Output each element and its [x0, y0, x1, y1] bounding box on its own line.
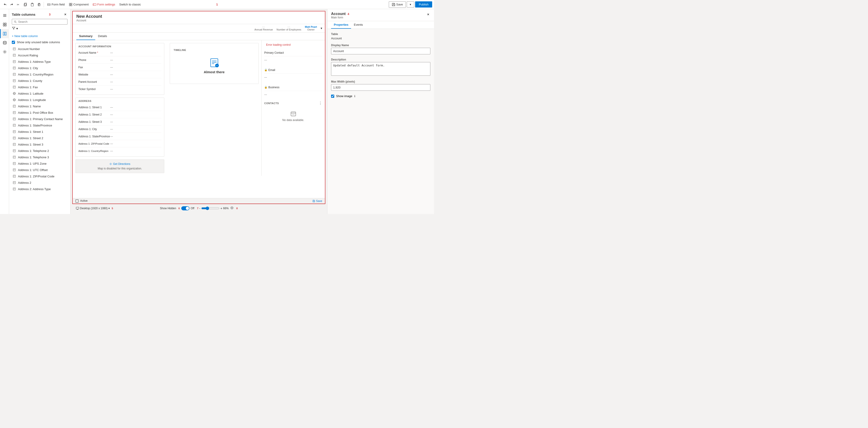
- form-status: Active: [80, 199, 88, 202]
- sidebar-menu-icon[interactable]: [0, 11, 9, 20]
- redo-button[interactable]: [9, 2, 15, 7]
- list-item[interactable]: Address 1: Longitude: [9, 97, 70, 103]
- bottom-red-6: 6: [178, 207, 180, 210]
- paste-button[interactable]: [29, 2, 35, 7]
- close-right-panel-button[interactable]: ✕: [426, 12, 430, 17]
- copy-button[interactable]: [22, 2, 29, 7]
- form-field-button[interactable]: Form field: [45, 2, 67, 7]
- form-settings-button[interactable]: Form settings: [91, 2, 117, 7]
- list-item[interactable]: Address 1: Country/Region: [9, 71, 70, 78]
- form-title: New Account: [76, 14, 321, 19]
- prop-display-name-section: Display Name: [331, 44, 430, 54]
- column-label: Address 1: Street 1: [18, 130, 43, 134]
- show-image-checkbox[interactable]: [331, 95, 334, 98]
- toolbar-right: Save ▾ Publish: [389, 1, 432, 8]
- get-directions-button[interactable]: Get Directions: [109, 162, 130, 166]
- prop-display-name-input[interactable]: [331, 48, 430, 54]
- field-row-parent-account: Parent Account ---: [79, 78, 161, 86]
- list-item[interactable]: Address 1: City: [9, 65, 70, 71]
- main-layout: Table columns 3 ✕ ▾ + New table column S…: [0, 9, 434, 214]
- column-label: Address 1: Street 3: [18, 143, 43, 146]
- contacts-more-button[interactable]: ⋮: [318, 101, 322, 105]
- bottom-red-5: 5: [112, 207, 113, 210]
- form-left-col: ACCOUNT INFORMATION Account Name --- Pho…: [73, 40, 167, 176]
- desktop-label: Desktop (1920 x 1080): [80, 207, 107, 210]
- header-chevron-button[interactable]: ▾: [321, 26, 322, 30]
- list-item[interactable]: Address 1: Telephone 2: [9, 148, 70, 154]
- show-unused-checkbox[interactable]: [12, 41, 15, 44]
- fit-to-screen-button[interactable]: [230, 206, 234, 210]
- prop-description-textarea[interactable]: Updated default Account form.: [331, 62, 430, 76]
- zoom-minus-button[interactable]: -: [199, 206, 200, 210]
- cut-button[interactable]: ✂: [16, 2, 22, 7]
- new-column-button[interactable]: + New table column: [9, 32, 70, 39]
- list-item[interactable]: Account Rating: [9, 52, 70, 58]
- prop-max-width-input[interactable]: [331, 84, 430, 91]
- contacts-section: CONTACTS ⋮ No data available.: [264, 101, 322, 126]
- undo-button[interactable]: [2, 2, 8, 7]
- list-item[interactable]: Address 1: Street 2: [9, 135, 70, 141]
- field-row-state: Address 1: State/Province ---: [79, 133, 161, 140]
- list-item[interactable]: Address 1: Street 1: [9, 129, 70, 135]
- error-loading-text[interactable]: Error loading control: [264, 41, 292, 48]
- field-value-fax: ---: [110, 66, 113, 69]
- publish-button[interactable]: Publish: [415, 1, 432, 7]
- column-list: Account Number Account Rating Address 1:…: [9, 46, 70, 214]
- zoom-value: 66%: [223, 207, 228, 210]
- save-dropdown-button[interactable]: ▾: [407, 1, 414, 7]
- list-item[interactable]: Address 1: State/Province: [9, 122, 70, 129]
- delete-button[interactable]: [36, 2, 42, 7]
- switch-classic-button[interactable]: Switch to classic: [118, 2, 143, 7]
- show-hidden-toggle-track[interactable]: [181, 206, 189, 210]
- list-item[interactable]: Address 1: Post Office Box: [9, 109, 70, 116]
- field-value-email-row: ---: [264, 74, 322, 81]
- list-item[interactable]: Address 1: Primary Contact Name: [9, 116, 70, 122]
- list-item[interactable]: Address 1: County: [9, 78, 70, 84]
- list-item[interactable]: Address 1: Street 3: [9, 141, 70, 148]
- search-input[interactable]: [18, 20, 65, 23]
- list-item[interactable]: Account Number: [9, 46, 70, 52]
- right-panel-tabs: Properties Events: [328, 21, 434, 29]
- field-row-street1: Address 1: Street 1 ---: [79, 104, 161, 111]
- info-icon[interactable]: ℹ: [354, 95, 355, 98]
- list-item[interactable]: Address 1: Fax: [9, 84, 70, 90]
- sidebar-columns-icon[interactable]: [0, 29, 9, 38]
- bottom-bar: Desktop (1920 x 1080) ▾ 5 Show Hidden 6 …: [72, 204, 326, 212]
- zoom-plus-button[interactable]: +: [220, 206, 222, 210]
- component-button[interactable]: Component: [67, 2, 90, 7]
- filter-dropdown-button[interactable]: ▾: [17, 27, 18, 30]
- list-item[interactable]: Address 1: Name: [9, 103, 70, 109]
- list-item[interactable]: Address 1: Address Type: [9, 58, 70, 65]
- column-label: Address 1: County: [18, 79, 42, 83]
- column-label: Account Rating: [18, 54, 38, 57]
- list-item[interactable]: Address 2: Address Type: [9, 186, 70, 192]
- tab-details[interactable]: Details: [95, 32, 110, 40]
- tab-events[interactable]: Events: [351, 21, 366, 29]
- field-value-phone: ---: [110, 58, 113, 62]
- field-label-email: Email: [268, 68, 300, 72]
- list-item[interactable]: Address 1: Latitude: [9, 90, 70, 97]
- svg-rect-17: [5, 23, 6, 24]
- field-row-phone: Phone ---: [79, 56, 161, 64]
- sidebar-layers-icon[interactable]: [0, 20, 9, 29]
- save-button[interactable]: Save: [389, 1, 406, 8]
- tab-properties[interactable]: Properties: [331, 21, 351, 29]
- zoom-slider[interactable]: [201, 206, 219, 210]
- list-item[interactable]: Address 1: Telephone 3: [9, 154, 70, 160]
- list-item[interactable]: Address 1: UTC Offset: [9, 167, 70, 173]
- form-footer-save-button[interactable]: Save: [312, 199, 322, 203]
- right-panel-title-block: Account 4 Main form: [331, 12, 349, 19]
- close-panel-button[interactable]: ✕: [63, 12, 67, 17]
- tab-summary[interactable]: Summary: [76, 32, 95, 40]
- contacts-title-text: CONTACTS: [264, 102, 279, 105]
- show-unused-row[interactable]: Show only unused table columns: [9, 39, 70, 46]
- filter-button[interactable]: [12, 26, 16, 31]
- field-row-website: Website ---: [79, 71, 161, 78]
- sidebar-settings-icon[interactable]: [0, 47, 9, 56]
- desktop-selector[interactable]: Desktop (1920 x 1080) ▾ 5: [76, 207, 113, 210]
- list-item[interactable]: Address 1: UPS Zone: [9, 160, 70, 167]
- list-item[interactable]: Address 2: [9, 179, 70, 186]
- header-owner-value[interactable]: Matt Peart: [305, 26, 317, 28]
- sidebar-data-icon[interactable]: [0, 38, 9, 47]
- list-item[interactable]: Address 1: ZIP/Postal Code: [9, 173, 70, 179]
